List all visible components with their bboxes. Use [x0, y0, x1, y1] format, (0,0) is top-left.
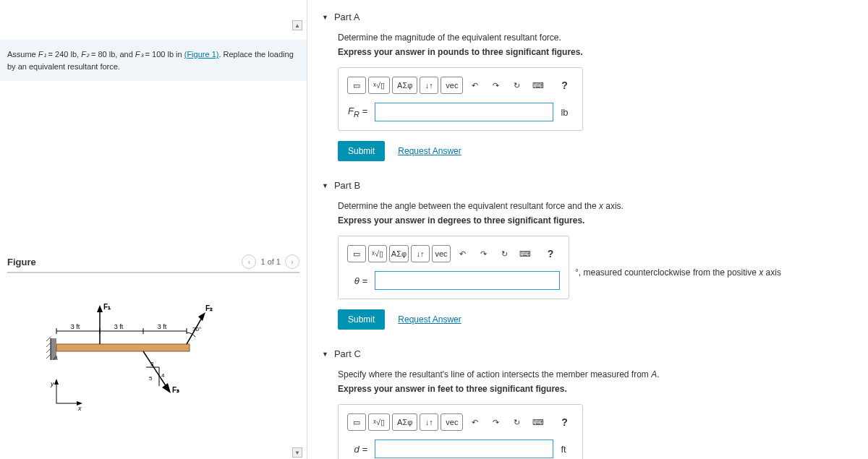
part-a-prompt: Determine the magnitude of the equivalen… — [338, 33, 854, 43]
submit-b[interactable]: Submit — [338, 309, 385, 330]
redo-icon[interactable]: ↷ — [486, 413, 505, 431]
svg-text:y: y — [50, 380, 54, 387]
svg-marker-34 — [54, 379, 59, 385]
reset-icon[interactable]: ↻ — [507, 77, 526, 94]
sqrt-icon[interactable]: ᵡ√▯ — [368, 245, 387, 262]
redo-icon[interactable]: ↷ — [486, 77, 505, 94]
svg-marker-21 — [198, 312, 205, 321]
keyboard-icon[interactable]: ⌨ — [528, 77, 548, 94]
svg-marker-18 — [97, 305, 103, 312]
answer-input-c[interactable] — [375, 439, 553, 458]
svg-text:3 ft: 3 ft — [71, 323, 80, 330]
keyboard-icon[interactable]: ⌨ — [528, 413, 548, 431]
undo-icon[interactable]: ↶ — [465, 77, 484, 94]
svg-line-3 — [46, 343, 51, 347]
answer-input-b[interactable] — [375, 271, 560, 290]
svg-text:F₁: F₁ — [103, 303, 111, 311]
svg-line-2 — [46, 337, 51, 341]
svg-text:4: 4 — [161, 372, 165, 379]
request-answer-b[interactable]: Request Answer — [398, 314, 461, 325]
arrows-icon[interactable]: ↓↑ — [420, 413, 438, 431]
redo-icon[interactable]: ↷ — [474, 245, 493, 262]
answer-input-a[interactable] — [375, 103, 553, 121]
part-c-instruct: Express your answer in feet to three sig… — [338, 384, 854, 394]
unit-c: ft — [561, 444, 574, 455]
toolbar-a: ▭ ᵡ√▯ ΑΣφ ↓↑ vec ↶ ↷ ↻ ⌨ ? — [347, 77, 574, 94]
greek-icon[interactable]: ΑΣφ — [389, 245, 409, 262]
template-icon[interactable]: ▭ — [347, 245, 366, 262]
figure-title: Figure — [7, 257, 36, 267]
scroll-down[interactable]: ▼ — [292, 447, 302, 458]
vec-icon[interactable]: vec — [441, 413, 463, 431]
part-c-header[interactable]: ▼ Part C — [322, 344, 854, 364]
svg-line-5 — [46, 354, 51, 359]
vec-icon[interactable]: vec — [441, 77, 463, 94]
svg-line-24 — [143, 351, 168, 389]
help-icon[interactable]: ? — [555, 413, 574, 431]
svg-marker-25 — [162, 383, 171, 393]
svg-text:5: 5 — [149, 375, 153, 382]
help-icon[interactable]: ? — [541, 245, 560, 262]
svg-text:3: 3 — [150, 361, 154, 367]
sqrt-icon[interactable]: ᵡ√▯ — [368, 77, 390, 94]
submit-a[interactable]: Submit — [338, 141, 385, 161]
keyboard-icon[interactable]: ⌨ — [516, 245, 535, 262]
help-icon[interactable]: ? — [555, 77, 574, 94]
svg-rect-6 — [56, 344, 190, 351]
greek-icon[interactable]: ΑΣφ — [392, 77, 417, 94]
part-c-prompt: Specify where the resultant's line of ac… — [338, 369, 854, 379]
part-b-header[interactable]: ▼ Part B — [322, 176, 854, 195]
svg-text:F₃: F₃ — [172, 386, 179, 394]
scroll-up[interactable]: ▲ — [292, 20, 302, 30]
var-fr: FR = — [347, 106, 367, 119]
figure-pager: ‹ 1 of 1 › — [242, 254, 299, 269]
undo-icon[interactable]: ↶ — [453, 245, 472, 262]
sqrt-icon[interactable]: ᵡ√▯ — [368, 413, 390, 431]
svg-text:3 ft: 3 ft — [114, 323, 124, 330]
problem-statement: Assume F₁ = 240 lb, F₂ = 80 lb, and F₃ =… — [0, 40, 307, 81]
pager-next[interactable]: › — [285, 254, 299, 269]
request-answer-a[interactable]: Request Answer — [398, 146, 461, 156]
pager-prev[interactable]: ‹ — [242, 254, 256, 269]
var-d: d = — [347, 444, 367, 455]
toolbar-c: ▭ ᵡ√▯ ΑΣφ ↓↑ vec ↶ ↷ ↻ ⌨ ? — [347, 413, 574, 431]
arrows-icon[interactable]: ↓↑ — [420, 77, 438, 94]
figure-diagram: 3 ft 3 ft 3 ft F₁ F₂ 30° F₃ — [7, 273, 299, 418]
svg-line-4 — [46, 348, 51, 353]
svg-text:F₂: F₂ — [205, 304, 213, 312]
caret-down-icon: ▼ — [322, 351, 328, 358]
part-a-header[interactable]: ▼ Part A — [322, 7, 854, 27]
part-b-prompt: Determine the angle between the equivale… — [338, 201, 854, 211]
caret-down-icon: ▼ — [322, 14, 328, 21]
greek-icon[interactable]: ΑΣφ — [392, 413, 417, 431]
svg-text:x: x — [77, 405, 82, 412]
caret-down-icon: ▼ — [322, 182, 328, 189]
part-b-instruct: Express your answer in degrees to three … — [338, 215, 854, 226]
svg-text:30°: 30° — [192, 326, 201, 333]
vec-icon[interactable]: vec — [432, 245, 451, 262]
svg-text:A: A — [53, 354, 58, 361]
reset-icon[interactable]: ↻ — [507, 413, 526, 431]
template-icon[interactable]: ▭ — [347, 77, 366, 94]
svg-text:3 ft: 3 ft — [158, 323, 167, 330]
template-icon[interactable]: ▭ — [347, 413, 366, 431]
part-a-instruct: Express your answer in pounds to three s… — [338, 47, 854, 57]
undo-icon[interactable]: ↶ — [465, 413, 484, 431]
unit-b: °, measured counterclockwise from the po… — [575, 267, 781, 278]
arrows-icon[interactable]: ↓↑ — [411, 245, 430, 262]
toolbar-b: ▭ ᵡ√▯ ΑΣφ ↓↑ vec ↶ ↷ ↻ ⌨ ? — [347, 245, 560, 262]
figure-link[interactable]: (Figure 1) — [184, 50, 219, 59]
reset-icon[interactable]: ↻ — [495, 245, 514, 262]
var-theta: θ = — [347, 275, 367, 286]
unit-a: lb — [561, 107, 574, 118]
